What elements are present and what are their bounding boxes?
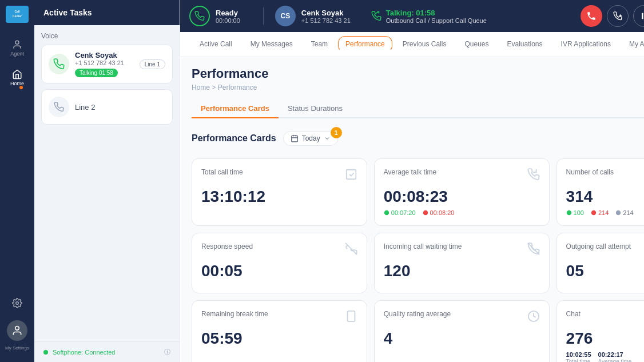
timer-icon: [345, 310, 357, 325]
card-avg-talk-time-sub: 00:07:20 00:08:20: [384, 209, 540, 216]
sub-tab-status-durations[interactable]: Status Durations: [279, 100, 352, 118]
svg-point-30: [384, 210, 389, 215]
svg-rect-9: [642, 13, 643, 19]
svg-point-3: [15, 41, 19, 44]
cards-header-left: Performance Cards Today 1: [192, 131, 338, 146]
main-content: Ready 00:00:00 CS Cenk Soyak +1 512 782 …: [180, 0, 644, 362]
sidebar-item-agent[interactable]: Agent: [5, 35, 30, 61]
card-avg-talk-time-value: 00:08:23: [384, 188, 540, 206]
caller-avatar-small: [49, 54, 69, 74]
svg-point-34: [591, 210, 596, 215]
svg-rect-22: [291, 136, 297, 142]
tab-queues[interactable]: Queues: [456, 34, 496, 55]
talking-badge: Talking 01:58: [75, 69, 118, 77]
status-time: 00:00:00: [216, 17, 240, 24]
caller-info-panel: Cenk Soyak +1 512 782 43 21 Talking 01:5…: [75, 51, 134, 77]
active-tasks-title: Active Tasks: [43, 8, 92, 17]
cards-section-title: Performance Cards: [192, 133, 276, 144]
caller-name-panel: Cenk Soyak: [75, 51, 134, 59]
tab-previous-calls[interactable]: Previous Calls: [395, 34, 455, 55]
card-quality-rating-label: Quality rating average: [384, 310, 451, 318]
card-response-speed-label: Response speed: [201, 242, 253, 250]
tasks-content: Voice Cenk Soyak +1 512 782 43 21 Talkin…: [34, 25, 180, 341]
card-remaining-break-time-value: 05:59: [201, 329, 357, 348]
sub-tab-performance-cards[interactable]: Performance Cards: [192, 100, 279, 118]
caller-avatar-top: CS: [275, 6, 296, 26]
divider: [263, 7, 264, 25]
card-avg-talk-time: Average talk time 00:08:23 00:07:20: [374, 158, 550, 226]
sidebar-bottom: My Settings: [5, 291, 30, 356]
status-info: Ready 00:00:00: [216, 9, 240, 24]
top-bar: Ready 00:00:00 CS Cenk Soyak +1 512 782 …: [180, 0, 644, 32]
card-outgoing-call-attempt-value: 05: [566, 262, 644, 280]
call-waiting-icon: [527, 242, 540, 257]
notification-badge: 1: [331, 127, 342, 138]
add-call-button[interactable]: [607, 5, 629, 27]
line2-label: Line 2: [75, 103, 95, 112]
missed-call-icon: [345, 242, 357, 257]
nav-tabs: Active Call My Messages Team Performance…: [180, 32, 644, 57]
caller-number-top: +1 512 782 43 21: [301, 17, 351, 24]
call-queue-text: Outbound Call / Support Call Queue: [386, 17, 487, 24]
line2-icon: [49, 97, 69, 117]
card-total-call-time: Total call time 13:10:12: [192, 158, 367, 226]
card-response-speed-value: 00:05: [201, 262, 357, 280]
card-number-of-calls: Number of calls 314 100: [556, 158, 644, 226]
call-status-text: Talking: 01:58: [386, 9, 487, 17]
cards-grid: Total call time 13:10:12 Average talk ti…: [192, 158, 644, 362]
svg-point-33: [566, 210, 571, 215]
call-status-top: Talking: 01:58 Outbound Call / Support C…: [371, 9, 487, 24]
card-incoming-wait-time-value: 120: [384, 262, 540, 280]
svg-point-31: [423, 210, 427, 215]
tab-team[interactable]: Team: [303, 34, 336, 55]
hangup-button[interactable]: [581, 5, 602, 27]
softphone-dot: [43, 350, 48, 355]
voice-label: Voice: [41, 32, 173, 40]
svg-point-35: [616, 210, 621, 215]
caller-number-panel: +1 512 782 43 21: [75, 59, 134, 66]
card-outgoing-call-attempt: Outgoing call attempt 05: [556, 233, 644, 293]
hold-button[interactable]: [633, 5, 644, 27]
softphone-bar: Softphone: Connected ⓘ: [34, 341, 180, 362]
avatar[interactable]: [7, 320, 27, 341]
card-number-of-calls-sub: 100 214 214: [566, 209, 644, 216]
active-tasks-panel: Active Tasks Voice Cenk Soyak +1 512 782…: [34, 0, 180, 362]
softphone-info-icon[interactable]: ⓘ: [164, 348, 170, 356]
sidebar-item-home[interactable]: Home: [5, 65, 30, 90]
caller-details-top: Cenk Soyak +1 512 782 43 21: [301, 9, 351, 24]
tab-performance[interactable]: Performance: [338, 36, 392, 53]
card-remaining-break-time: Remaining break time 05:59: [192, 300, 367, 362]
tab-ivr[interactable]: IVR Applications: [553, 34, 619, 55]
settings-label: My Settings: [5, 345, 29, 351]
caller-info-top: CS Cenk Soyak +1 512 782 43 21: [275, 6, 351, 26]
phone-incoming-icon: [527, 168, 540, 183]
today-filter-button[interactable]: Today 1: [283, 131, 338, 146]
tab-active-call[interactable]: Active Call: [192, 34, 240, 55]
card-incoming-wait-time: Incoming call waiting time 120: [374, 233, 550, 293]
card-chat: Chat 276 10:02:55 Total time 00:22:17: [556, 300, 644, 362]
card-total-call-time-label: Total call time: [201, 168, 243, 176]
svg-rect-39: [347, 311, 355, 321]
tab-my-messages[interactable]: My Messages: [243, 34, 301, 55]
left-sidebar: Call Center Agent Home: [0, 0, 34, 362]
svg-point-4: [16, 302, 19, 305]
status-circle: [189, 6, 210, 26]
svg-point-5: [15, 327, 19, 331]
svg-text:Center: Center: [13, 14, 22, 18]
settings-item[interactable]: [5, 291, 30, 316]
line2-card[interactable]: Line 2: [41, 89, 173, 125]
performance-area: Performance Home > Performance Performan…: [180, 57, 644, 362]
page-title: Performance: [192, 66, 644, 81]
breadcrumb-home[interactable]: Home: [192, 83, 210, 92]
tab-appointments[interactable]: My Appointments: [621, 34, 644, 55]
card-chat-label: Chat: [566, 310, 581, 318]
active-call-card[interactable]: Cenk Soyak +1 512 782 43 21 Talking 01:5…: [41, 45, 173, 83]
card-response-speed: Response speed 00:05: [192, 233, 367, 293]
cards-header: Performance Cards Today 1: [192, 126, 644, 150]
checkbox-icon: [345, 168, 357, 183]
softphone-text: Softphone: Connected: [53, 349, 115, 356]
sub-tabs: Performance Cards Status Durations: [192, 100, 644, 118]
logo: Call Center: [6, 6, 29, 25]
tab-evaluations[interactable]: Evaluations: [499, 34, 551, 55]
clock-icon: [527, 310, 540, 325]
